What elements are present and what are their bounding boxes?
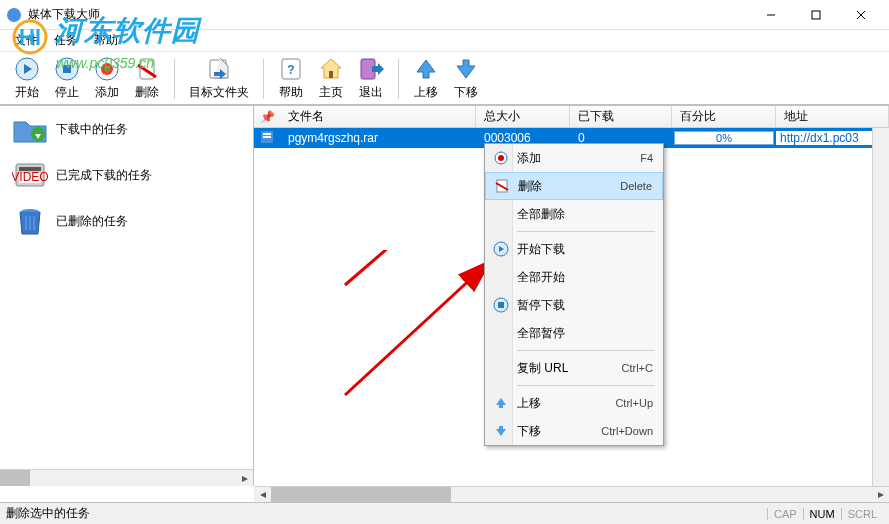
titlebar: 媒体下载大师 bbox=[0, 0, 889, 30]
col-percent[interactable]: 百分比 bbox=[672, 106, 776, 127]
sidebar-item-deleted[interactable]: 已删除的任务 bbox=[0, 198, 253, 244]
move-up-button[interactable]: 上移 bbox=[409, 54, 443, 103]
svg-rect-45 bbox=[498, 302, 504, 308]
sidebar-item-label: 已删除的任务 bbox=[56, 213, 128, 230]
status-scrl: SCRL bbox=[841, 508, 883, 520]
cm-move-down[interactable]: 下移 Ctrl+Down bbox=[485, 417, 663, 445]
menubar: 文件 任务 帮助 bbox=[0, 30, 889, 52]
svg-rect-37 bbox=[263, 136, 271, 138]
svg-point-39 bbox=[498, 155, 504, 161]
cm-delete-all[interactable]: 全部删除 bbox=[485, 200, 663, 228]
sidebar-item-completed[interactable]: VIDEO 已完成下载的任务 bbox=[0, 152, 253, 198]
cm-start-download[interactable]: 开始下载 bbox=[485, 235, 663, 263]
play-icon bbox=[489, 239, 513, 259]
column-header: 📌 文件名 总大小 已下载 百分比 地址 bbox=[254, 106, 889, 128]
cm-pause-download[interactable]: 暂停下载 bbox=[485, 291, 663, 319]
move-down-button[interactable]: 下移 bbox=[449, 54, 483, 103]
row-icon bbox=[254, 130, 280, 147]
svg-rect-20 bbox=[329, 71, 333, 78]
svg-marker-23 bbox=[417, 60, 435, 78]
delete-button[interactable]: 删除 bbox=[130, 54, 164, 103]
svg-marker-24 bbox=[457, 60, 475, 78]
cell-percent: 0% bbox=[672, 131, 776, 145]
cell-filename: pgym4rgszhq.rar bbox=[280, 131, 476, 145]
cm-move-up[interactable]: 上移 Ctrl+Up bbox=[485, 389, 663, 417]
delete-icon bbox=[490, 176, 514, 196]
svg-rect-36 bbox=[263, 133, 271, 135]
target-folder-button[interactable]: 目标文件夹 bbox=[185, 54, 253, 103]
home-button[interactable]: 主页 bbox=[314, 54, 348, 103]
down-icon bbox=[489, 421, 513, 441]
sidebar: 下载中的任务 VIDEO 已完成下载的任务 已删除的任务 ▸ bbox=[0, 106, 254, 486]
svg-text:VIDEO: VIDEO bbox=[12, 170, 48, 184]
context-menu: 添加 F4 删除 Delete 全部删除 开始下载 全部开始 暂停下载 全部暂停… bbox=[484, 143, 664, 446]
sidebar-item-downloading[interactable]: 下载中的任务 bbox=[0, 106, 253, 152]
toolbar: 开始 停止 添加 删除 目标文件夹 ? 帮助 主页 退出 上移 下移 bbox=[0, 52, 889, 106]
svg-marker-46 bbox=[496, 398, 506, 408]
sidebar-item-label: 下载中的任务 bbox=[56, 121, 128, 138]
content-scrollbar[interactable]: ◂ ▸ bbox=[254, 486, 889, 503]
menu-help[interactable]: 帮助 bbox=[86, 30, 126, 51]
menu-task[interactable]: 任务 bbox=[46, 30, 86, 51]
cm-copy-url[interactable]: 复制 URL Ctrl+C bbox=[485, 354, 663, 382]
stop-button[interactable]: 停止 bbox=[50, 54, 84, 103]
col-filename[interactable]: 文件名 bbox=[280, 106, 476, 127]
stop-icon bbox=[489, 295, 513, 315]
help-button[interactable]: ? 帮助 bbox=[274, 54, 308, 103]
menu-file[interactable]: 文件 bbox=[6, 30, 46, 51]
col-totalsize[interactable]: 总大小 bbox=[476, 106, 570, 127]
svg-rect-3 bbox=[812, 11, 820, 19]
status-num: NUM bbox=[803, 508, 841, 520]
svg-point-1 bbox=[7, 8, 21, 22]
status-cap: CAP bbox=[767, 508, 803, 520]
svg-point-12 bbox=[104, 66, 110, 72]
status-text: 删除选中的任务 bbox=[6, 505, 90, 522]
start-button[interactable]: 开始 bbox=[10, 54, 44, 103]
cm-delete[interactable]: 删除 Delete bbox=[485, 172, 663, 200]
pin-icon[interactable]: 📌 bbox=[254, 110, 280, 124]
cm-add[interactable]: 添加 F4 bbox=[485, 144, 663, 172]
sidebar-scrollbar[interactable]: ▸ bbox=[0, 469, 253, 486]
add-button[interactable]: 添加 bbox=[90, 54, 124, 103]
col-address[interactable]: 地址 bbox=[776, 106, 889, 127]
minimize-button[interactable] bbox=[748, 0, 793, 30]
col-downloaded[interactable]: 已下载 bbox=[570, 106, 672, 127]
add-icon bbox=[489, 148, 513, 168]
svg-text:?: ? bbox=[287, 63, 294, 77]
maximize-button[interactable] bbox=[793, 0, 838, 30]
sidebar-item-label: 已完成下载的任务 bbox=[56, 167, 152, 184]
cm-start-all[interactable]: 全部开始 bbox=[485, 263, 663, 291]
up-icon bbox=[489, 393, 513, 413]
progress-bar: 0% bbox=[674, 131, 774, 145]
svg-rect-9 bbox=[63, 65, 71, 73]
exit-button[interactable]: 退出 bbox=[354, 54, 388, 103]
cm-pause-all[interactable]: 全部暂停 bbox=[485, 319, 663, 347]
svg-marker-47 bbox=[496, 426, 506, 436]
window-title: 媒体下载大师 bbox=[28, 6, 748, 23]
app-icon bbox=[6, 7, 22, 23]
close-button[interactable] bbox=[838, 0, 883, 30]
vertical-scrollbar[interactable] bbox=[872, 128, 889, 486]
statusbar: 删除选中的任务 CAP NUM SCRL bbox=[0, 502, 889, 524]
